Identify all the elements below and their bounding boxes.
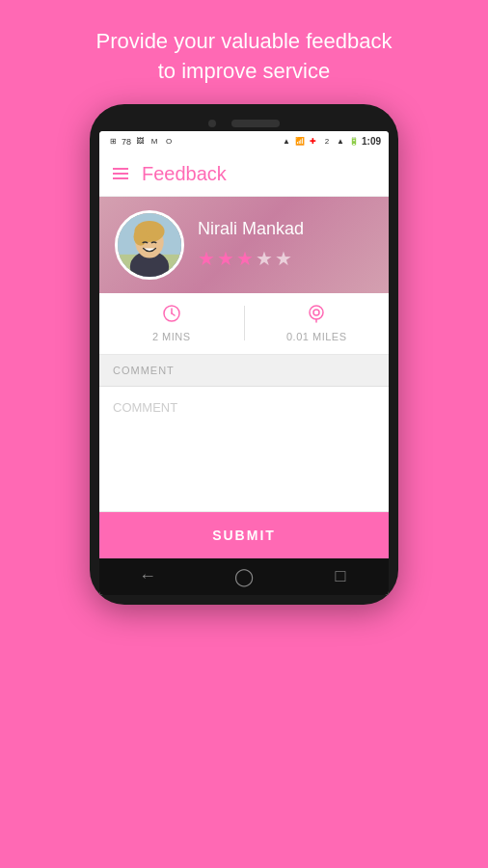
image-icon: 🖼 [134, 137, 146, 147]
mail-icon: M [149, 137, 160, 147]
star-5[interactable]: ★ [275, 247, 292, 270]
battery-icon: 🔋 [348, 137, 360, 147]
toolbar-title: Feedback [142, 163, 227, 185]
status-right: ▲ 📶 ✚ 2 ▲ 🔋 1:09 [281, 136, 381, 147]
back-button[interactable]: ← [134, 566, 161, 586]
location-icon [307, 304, 326, 327]
comment-input-area[interactable]: COMMENT [99, 387, 389, 512]
svg-point-5 [134, 228, 149, 245]
tagline: Provide your valuable feedback to improv… [58, 27, 431, 87]
profile-banner: Nirali Mankad ★ ★ ★ ★ ★ [99, 197, 389, 293]
status-bar: ⊞ 78 🖼 M O ▲ 📶 ✚ 2 ▲ 🔋 1:09 [99, 131, 389, 152]
submit-button[interactable]: SUBMIT [99, 512, 389, 558]
wifi-icon: ▲ [281, 137, 292, 147]
time-stat: 2 MINS [99, 304, 244, 342]
nav-bar: ← ◯ □ [99, 558, 389, 595]
comment-placeholder: COMMENT [113, 400, 177, 415]
profile-name: Nirali Mankad [198, 219, 304, 239]
alert-icon: ✚ [308, 137, 319, 147]
avatar [115, 210, 184, 280]
avatar-image [118, 213, 181, 277]
battery-percent: 78 [122, 137, 131, 147]
toolbar: Feedback [99, 152, 389, 197]
star-4[interactable]: ★ [256, 247, 273, 270]
hamburger-button[interactable] [113, 168, 128, 179]
star-1[interactable]: ★ [198, 247, 215, 270]
recents-button[interactable]: □ [327, 566, 354, 586]
star-2[interactable]: ★ [217, 247, 234, 270]
status-time: 1:09 [362, 136, 381, 147]
time-value: 2 MINS [152, 331, 191, 342]
svg-line-8 [172, 313, 175, 315]
distance-stat: 0.01 MILES [245, 304, 390, 342]
profile-info: Nirali Mankad ★ ★ ★ ★ ★ [198, 219, 304, 270]
svg-point-9 [310, 306, 323, 319]
outlook-icon: O [163, 137, 175, 147]
signal-icon: ▲ [335, 137, 346, 147]
star-3[interactable]: ★ [236, 247, 254, 270]
rating-stars[interactable]: ★ ★ ★ ★ ★ [198, 247, 304, 270]
phone-top [99, 114, 389, 131]
front-camera [208, 120, 216, 127]
stats-row: 2 MINS 0.01 MILES [99, 293, 389, 355]
svg-point-10 [313, 310, 319, 315]
distance-value: 0.01 MILES [286, 331, 346, 342]
comment-header: COMMENT [99, 355, 389, 387]
nav-icon: ⊞ [107, 137, 119, 147]
data-icon: 📶 [294, 137, 306, 147]
notification-num: 2 [321, 137, 333, 147]
home-button[interactable]: ◯ [230, 566, 258, 587]
phone-screen: ⊞ 78 🖼 M O ▲ 📶 ✚ 2 ▲ 🔋 1:09 [99, 131, 389, 595]
speaker [231, 120, 280, 127]
phone-frame: ⊞ 78 🖼 M O ▲ 📶 ✚ 2 ▲ 🔋 1:09 [90, 104, 398, 605]
clock-icon [162, 304, 181, 327]
status-left: ⊞ 78 🖼 M O [107, 137, 175, 147]
